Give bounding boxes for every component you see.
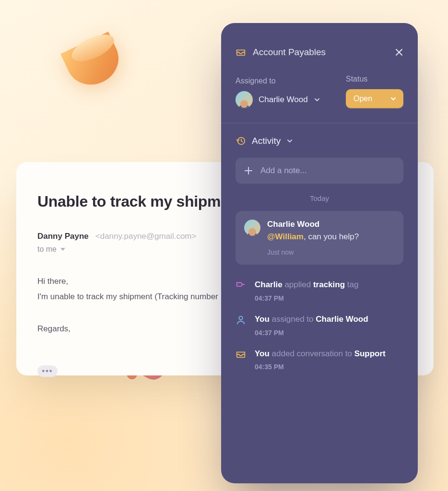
feed-text: You assigned to Charlie Wood: [255, 314, 368, 325]
svg-point-1: [239, 316, 242, 319]
activity-feed: Charlie applied tracking tag 04:37 PM Yo…: [236, 279, 403, 371]
chevron-down-icon: [314, 96, 320, 103]
decorative-bowl: [67, 41, 120, 84]
expand-quoted-button[interactable]: •••: [37, 365, 58, 377]
status-label: Status: [346, 75, 403, 83]
feed-verb: applied: [284, 280, 311, 289]
note-message: @William, can you help?: [267, 232, 359, 242]
mention[interactable]: @William: [267, 232, 304, 241]
chevron-down-icon: [390, 95, 397, 102]
activity-label: Activity: [252, 136, 281, 146]
activity-icon: [236, 136, 246, 146]
chevron-down-icon: [60, 248, 65, 251]
note-card: Charlie Wood @William, can you help? Jus…: [236, 211, 403, 265]
status-value: Open: [354, 94, 372, 103]
feed-suffix: tag: [347, 280, 359, 289]
activity-toggle[interactable]: Activity: [236, 136, 403, 146]
feed-actor: You: [255, 315, 270, 324]
avatar: [244, 220, 260, 236]
assignee-name: Charlie Wood: [259, 95, 308, 105]
feed-verb: added conversation to: [272, 349, 352, 358]
chevron-down-icon: [286, 138, 293, 144]
inbox-icon: [236, 47, 246, 58]
feed-object: Support: [354, 349, 386, 358]
divider: [221, 123, 418, 123]
tag-icon: [236, 280, 246, 291]
note-author: Charlie Wood: [267, 220, 359, 229]
feed-text: Charlie applied tracking tag: [255, 279, 358, 291]
add-note-input[interactable]: Add a note...: [236, 158, 403, 184]
note-time: Just now: [267, 248, 359, 256]
plus-icon: [244, 166, 253, 175]
feed-time: 04:35 PM: [255, 363, 386, 371]
close-icon[interactable]: [395, 48, 403, 57]
feed-text: You added conversation to Support: [255, 348, 386, 360]
feed-item: You added conversation to Support 04:35 …: [236, 348, 403, 371]
feed-object: tracking: [313, 280, 345, 289]
email-from-name: Danny Payne: [37, 232, 89, 241]
assignee-selector[interactable]: Charlie Wood: [236, 91, 335, 108]
feed-object: Charlie Wood: [316, 315, 368, 324]
panel-header: Account Payables: [236, 47, 403, 58]
panel-title: Account Payables: [253, 47, 388, 58]
feed-item: You assigned to Charlie Wood 04:37 PM: [236, 314, 403, 337]
person-icon: [236, 315, 246, 325]
note-message-rest: , can you help?: [304, 232, 359, 241]
feed-item: Charlie applied tracking tag 04:37 PM: [236, 279, 403, 302]
inbox-icon: [236, 349, 246, 360]
add-note-placeholder: Add a note...: [260, 166, 307, 175]
feed-actor: Charlie: [255, 280, 283, 289]
day-separator: Today: [236, 194, 403, 202]
email-to-label: to me: [37, 245, 57, 254]
feed-time: 04:37 PM: [255, 294, 358, 302]
feed-actor: You: [255, 349, 270, 358]
avatar: [236, 91, 253, 108]
detail-panel: Account Payables Assigned to Charlie Woo…: [221, 23, 418, 483]
assigned-label: Assigned to: [236, 77, 335, 85]
status-selector[interactable]: Open: [346, 89, 403, 108]
feed-verb: assigned to: [272, 315, 314, 324]
meta-row: Assigned to Charlie Wood Status Open: [236, 75, 403, 108]
feed-time: 04:37 PM: [255, 329, 368, 337]
email-from-address: <danny.payne@gmail.com>: [95, 232, 197, 241]
